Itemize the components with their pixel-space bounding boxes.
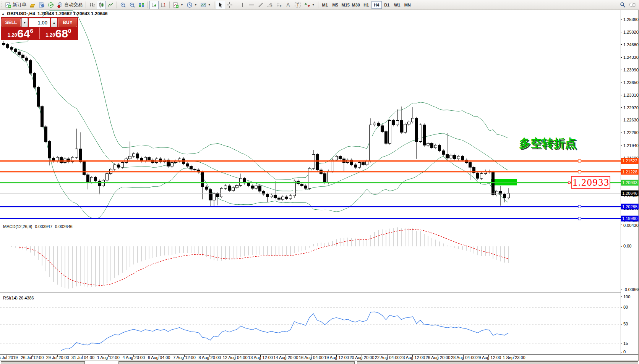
buy-price-display[interactable]: 1.20 68 0 (40, 28, 78, 39)
search-button[interactable] (618, 1, 627, 9)
zoom-in-icon (120, 2, 126, 8)
grid-tool-button[interactable]: F (274, 1, 284, 9)
cursor-icon (217, 2, 224, 8)
bar-chart-button[interactable] (88, 1, 97, 9)
svg-text:14 Aug 20:00: 14 Aug 20:00 (273, 355, 298, 360)
line-chart-button[interactable] (106, 1, 115, 9)
crosshair-icon (227, 2, 233, 8)
arrows-icon (304, 2, 310, 8)
volume-input[interactable]: 1.00 (29, 18, 50, 27)
market-button[interactable] (37, 1, 46, 9)
gold-bar-icon (29, 2, 36, 8)
templates-button[interactable]: ▼ (199, 1, 212, 9)
fibonacci-tool-button[interactable]: E (265, 1, 274, 9)
sell-button[interactable]: SELL (2, 18, 21, 27)
label-tool-button[interactable]: T (293, 1, 303, 9)
arrows-tool-button[interactable]: ▼ (303, 1, 316, 9)
svg-text:8 Aug 20:00: 8 Aug 20:00 (198, 355, 221, 360)
toolbar-separator (318, 2, 318, 8)
chart-ohlc-values: 1.20648 1.20662 1.20643 1.20646 (37, 11, 108, 16)
svg-text:1.23650: 1.23650 (623, 80, 639, 85)
svg-text:4 Aug 23:00: 4 Aug 23:00 (122, 355, 145, 360)
sell-price-display[interactable]: 1.20 64 6 (2, 28, 39, 39)
svg-text:1.23990: 1.23990 (623, 68, 639, 72)
cursor-tool-button[interactable] (216, 1, 225, 9)
chart-shift-button[interactable] (159, 1, 168, 9)
timeframe-button-m1[interactable]: M1 (320, 1, 330, 9)
svg-text:E: E (271, 5, 272, 8)
dropdown-arrow-icon: ▼ (208, 3, 211, 6)
horizontal-line-tool-button[interactable] (247, 1, 256, 9)
minimized-chart-window[interactable] (357, 361, 638, 364)
timeframe-button-w1[interactable]: W1 (392, 1, 402, 9)
sell-price-main: 1.20 (8, 32, 17, 38)
annotation-text: 多空转折点 (519, 137, 576, 149)
svg-text:25 Jul 2019: 25 Jul 2019 (0, 355, 18, 360)
signals-button[interactable] (46, 1, 55, 9)
buy-button[interactable]: BUY (58, 18, 77, 27)
svg-text:26 Jul 12:00: 26 Jul 12:00 (21, 355, 44, 360)
volume-decrease-button[interactable]: ▼ (21, 18, 28, 27)
text-tool-button[interactable]: A (284, 1, 293, 9)
timeframe-button-m5[interactable]: M5 (330, 1, 341, 9)
zoom-in-button[interactable] (118, 1, 128, 9)
vertical-line-tool-button[interactable] (238, 1, 247, 9)
one-click-trading-panel: SELL ▼ 1.00 ▲ BUY 1.20 64 6 1.20 68 0 (1, 17, 78, 40)
toolbar-separator (169, 2, 170, 8)
svg-text:50: 50 (623, 322, 628, 326)
svg-text:F: F (280, 5, 281, 8)
periods-button[interactable]: ▼ (185, 1, 199, 9)
candlestick-chart-icon (98, 2, 104, 8)
bar-chart-icon (89, 2, 95, 8)
horizontal-line-icon (248, 2, 255, 8)
timeframe-button-m15[interactable]: M15 (341, 1, 351, 9)
chat-button[interactable] (627, 1, 638, 9)
volume-increase-button[interactable]: ▲ (51, 18, 57, 27)
chart-title: ▲ GBPUSD-,H4 1.20648 1.20662 1.20643 1.2… (2, 11, 107, 16)
svg-text:1.22630: 1.22630 (623, 118, 639, 122)
svg-text:1.23310: 1.23310 (623, 93, 639, 97)
chart-area[interactable]: 1.253601.250201.246801.243301.239901.236… (0, 0, 639, 364)
auto-scroll-button[interactable] (149, 1, 159, 9)
timeframe-group: M1M5M15M30H1H4D1W1MN (320, 1, 413, 9)
svg-text:-0.008651: -0.008651 (623, 287, 639, 292)
buy-price-main: 1.20 (45, 32, 55, 38)
minimized-chart-window[interactable] (1, 361, 85, 364)
indicators-icon (173, 2, 179, 8)
timeframe-button-d1[interactable]: D1 (382, 1, 392, 9)
svg-text:1.21522: 1.21522 (622, 159, 637, 163)
minimized-chart-window[interactable] (118, 361, 355, 364)
timeframe-button-m30[interactable]: M30 (351, 1, 361, 9)
sell-price-pip: 6 (30, 28, 33, 34)
panel-toggle-icon[interactable]: ▲ (2, 12, 5, 16)
zoom-out-button[interactable] (128, 1, 137, 9)
zoom-out-icon (129, 2, 135, 8)
svg-text:22 Aug 04:00: 22 Aug 04:00 (375, 355, 400, 360)
svg-text:0: 0 (623, 349, 626, 354)
autotrading-button[interactable]: 自动交易 (55, 1, 84, 9)
timeframe-button-h1[interactable]: H1 (361, 1, 371, 9)
price-tag-1.21522: 1.21522 (621, 158, 639, 164)
svg-text:1.20285: 1.20285 (622, 204, 637, 209)
svg-text:0.004301: 0.004301 (623, 223, 639, 228)
gold-promo-button[interactable] (28, 1, 37, 9)
autotrading-label: 自动交易 (64, 2, 83, 8)
timeframe-button-h4[interactable]: H4 (371, 1, 382, 9)
candlestick-chart-button[interactable] (97, 1, 106, 9)
price-callout-box: 1.20933 (568, 176, 610, 188)
new-order-button[interactable]: 新订单 (4, 1, 28, 9)
svg-text:19 Aug 12:00: 19 Aug 12:00 (324, 355, 349, 360)
indicators-button[interactable]: ▼ (171, 1, 185, 9)
crosshair-tool-button[interactable] (225, 1, 234, 9)
chart-symbol-period: GBPUSD-,H4 (7, 11, 35, 16)
svg-text:1 Sep 23:00: 1 Sep 23:00 (503, 355, 525, 360)
svg-text:1.20646: 1.20646 (622, 191, 637, 196)
timeframe-button-mn[interactable]: MN (402, 1, 413, 9)
trendline-tool-button[interactable] (256, 1, 265, 9)
tile-windows-button[interactable] (137, 1, 146, 9)
text-a-icon: A (286, 2, 290, 8)
svg-text:29 Aug 12:00: 29 Aug 12:00 (476, 355, 501, 360)
hline-anchor (578, 170, 581, 173)
main-toolbar: 新订单 自动交易 ▼ ▼ (0, 0, 639, 10)
vertical-line-icon (239, 2, 245, 8)
